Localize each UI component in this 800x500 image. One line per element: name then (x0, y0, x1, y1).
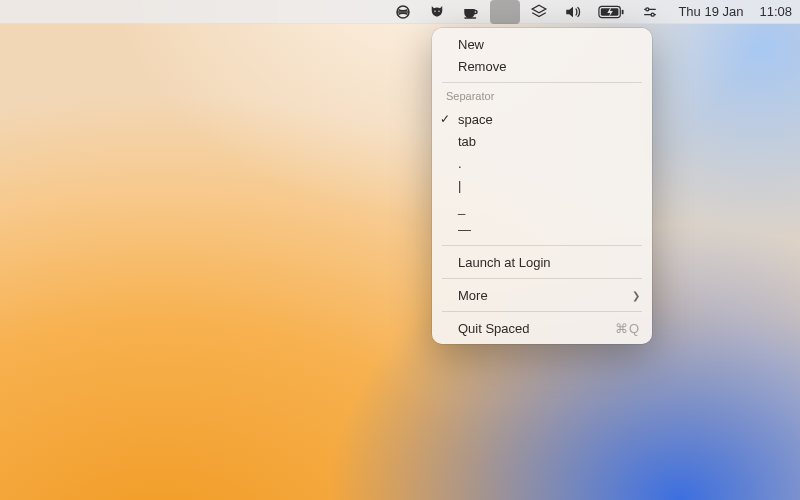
menu-bar: Thu 19 Jan 11:08 (0, 0, 800, 24)
menu-item-label: tab (458, 134, 640, 149)
layers-icon (530, 3, 548, 21)
menu-item-sep-underscore[interactable]: _ (432, 196, 652, 218)
desktop-wallpaper (0, 0, 800, 500)
menu-item-label: | (458, 178, 640, 193)
layers-icon-item[interactable] (524, 0, 554, 24)
menu-item-launch-at-login[interactable]: Launch at Login (432, 251, 652, 273)
menu-item-label: — (458, 222, 640, 237)
app-icon-1[interactable] (388, 0, 418, 24)
menu-item-new[interactable]: New (432, 33, 652, 55)
menu-item-label: Quit Spaced (458, 321, 615, 336)
menu-item-label: _ (458, 200, 640, 215)
menu-separator (442, 82, 642, 83)
menu-item-sep-space[interactable]: ✓ space (432, 108, 652, 130)
menu-item-sep-pipe[interactable]: | (432, 174, 652, 196)
coffee-icon-item[interactable] (456, 0, 486, 24)
menu-bar-clock[interactable]: Thu 19 Jan 11:08 (670, 4, 792, 19)
menu-item-label: . (458, 156, 640, 171)
control-center-item[interactable] (634, 0, 666, 24)
menu-section-label: Separator (446, 90, 494, 102)
menu-item-more[interactable]: More ❯ (432, 284, 652, 306)
menu-item-shortcut: ⌘Q (615, 321, 640, 336)
menu-item-sep-tab[interactable]: tab (432, 130, 652, 152)
menu-item-label: space (458, 112, 640, 127)
menu-item-remove[interactable]: Remove (432, 55, 652, 77)
menu-item-quit[interactable]: Quit Spaced ⌘Q (432, 317, 652, 339)
chevron-right-icon: ❯ (632, 290, 640, 301)
coffee-icon (462, 3, 480, 21)
time-text: 11:08 (759, 4, 792, 19)
battery-charging-icon (598, 5, 624, 19)
menu-item-sep-emdash[interactable]: — (432, 218, 652, 240)
cat-icon-item[interactable] (422, 0, 452, 24)
menu-item-sep-dot[interactable]: . (432, 152, 652, 174)
menu-separator (442, 311, 642, 312)
menu-section-header: Separator (432, 88, 652, 108)
menu-item-label: Launch at Login (458, 255, 640, 270)
menu-item-label: More (458, 288, 632, 303)
menu-separator (442, 245, 642, 246)
cat-icon (428, 3, 446, 21)
svg-point-1 (435, 10, 437, 12)
svg-point-7 (646, 7, 649, 10)
battery-item[interactable] (592, 0, 630, 24)
menu-item-label: New (458, 37, 640, 52)
form-circle-icon (394, 3, 412, 21)
volume-icon (564, 3, 582, 21)
volume-item[interactable] (558, 0, 588, 24)
menu-item-label: Remove (458, 59, 640, 74)
spaced-app-menubar-item[interactable] (490, 0, 520, 24)
control-center-icon (642, 4, 658, 20)
blank-spacer-icon (496, 3, 514, 21)
svg-point-2 (439, 10, 441, 12)
menu-bar-status-area: Thu 19 Jan 11:08 (388, 0, 792, 24)
checkmark-icon: ✓ (440, 112, 450, 126)
spaced-dropdown-menu: New Remove Separator ✓ space tab . | _ —… (432, 28, 652, 344)
menu-separator (442, 278, 642, 279)
date-text: Thu 19 Jan (678, 4, 743, 19)
svg-point-9 (652, 13, 655, 16)
svg-rect-4 (622, 9, 624, 14)
